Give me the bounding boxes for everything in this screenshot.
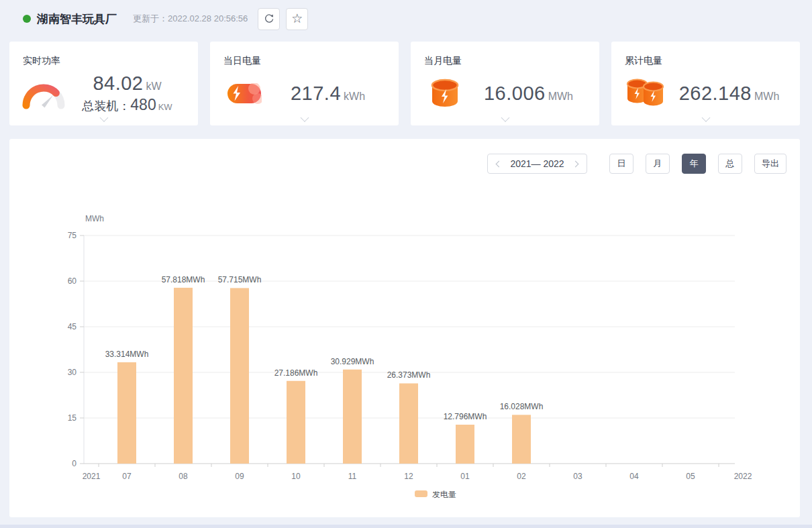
refresh-button[interactable] [258, 8, 280, 30]
card-expand-chevron-down-icon[interactable] [99, 113, 108, 122]
card-title: 当日电量 [223, 55, 261, 67]
x-tick-label: 01 [460, 472, 470, 481]
card-total-energy: 累计电量 [611, 42, 800, 125]
gauge-icon [21, 75, 66, 111]
last-updated-text: 更新于：2022.02.28 20:56:56 [133, 13, 248, 25]
bar-value-label: 26.373MWh [387, 370, 431, 380]
view-total-button[interactable]: 总 [718, 154, 742, 174]
total-energy-value: 262.148 [679, 83, 752, 104]
total-energy-unit: MWh [754, 91, 779, 102]
y-tick-label: 60 [68, 276, 77, 286]
installed-capacity-unit: KW [158, 102, 172, 112]
bar-value-label: 16.028MWh [500, 402, 544, 411]
date-range-picker[interactable]: 2021— 2022 [487, 154, 587, 174]
monthly-energy-unit: MWh [548, 91, 573, 102]
date-range-text: 2021— 2022 [510, 158, 564, 169]
x-tick-label: 11 [348, 472, 357, 481]
view-year-button[interactable]: 年 [682, 154, 706, 174]
favorite-button[interactable]: ☆ [286, 8, 308, 30]
card-title: 当月电量 [424, 55, 462, 67]
card-expand-chevron-down-icon[interactable] [701, 113, 710, 122]
y-tick-label: 30 [68, 368, 77, 377]
x-tick-label: 12 [404, 472, 413, 481]
x-tick-label: 07 [122, 472, 132, 481]
card-daily-energy: 当日电量 217.4kWh [210, 42, 399, 125]
bar[interactable] [287, 381, 305, 464]
card-monthly-energy: 当月电量 16.006MWh [411, 42, 599, 125]
chart-panel: 2021— 2022 日 月 年 总 导出 01530456075MWh0708… [9, 139, 800, 517]
bar[interactable] [399, 383, 418, 464]
x-tick-label: 10 [291, 472, 301, 481]
legend-swatch[interactable] [415, 490, 427, 497]
card-expand-chevron-down-icon[interactable] [300, 113, 309, 122]
daily-energy-value: 217.4 [291, 83, 341, 104]
x-edge-label-end: 2022 [734, 472, 752, 481]
export-button[interactable]: 导出 [754, 154, 786, 174]
x-tick-label: 03 [573, 472, 582, 481]
page-header: 湖南智丰玩具厂 更新于：2022.02.28 20:56:56 ☆ [0, 0, 812, 38]
y-tick-label: 0 [72, 459, 77, 468]
bar[interactable] [512, 415, 531, 464]
chart-toolbar: 2021— 2022 日 月 年 总 导出 [9, 154, 786, 174]
card-realtime-power: 实时功率 84.02kW [9, 42, 198, 125]
x-tick-label: 09 [235, 472, 244, 481]
view-month-button[interactable]: 月 [646, 154, 670, 174]
installed-capacity-value: 480 [130, 96, 156, 113]
y-tick-label: 75 [68, 231, 77, 240]
refresh-icon [263, 13, 275, 25]
x-tick-label: 08 [179, 472, 188, 481]
bar-value-label: 12.796MWh [444, 412, 487, 421]
card-expand-chevron-down-icon[interactable] [501, 113, 509, 122]
chevron-right-icon[interactable] [572, 160, 579, 167]
stat-cards-row: 实时功率 84.02kW [9, 42, 800, 125]
double-energy-drum-icon [623, 78, 668, 109]
bar[interactable] [456, 425, 474, 464]
legend-label: 发电量 [432, 490, 456, 499]
x-tick-label: 04 [629, 472, 639, 481]
generation-bar-chart[interactable]: 01530456075MWh07080910111201020304052021… [9, 199, 800, 515]
card-title: 实时功率 [23, 55, 60, 67]
bar-value-label: 33.314MWh [105, 350, 149, 359]
bar-value-label: 57.818MWh [162, 275, 205, 284]
y-tick-label: 15 [68, 413, 77, 423]
realtime-power-unit: kW [146, 81, 161, 92]
bottom-strip [0, 525, 812, 528]
plant-title: 湖南智丰玩具厂 [37, 11, 117, 27]
bar[interactable] [174, 288, 193, 464]
y-tick-label: 45 [68, 322, 77, 331]
energy-drum-icon [423, 78, 467, 109]
view-day-button[interactable]: 日 [609, 154, 633, 174]
monthly-energy-value: 16.006 [484, 83, 546, 104]
daily-energy-unit: kWh [344, 91, 365, 102]
realtime-power-value-row: 84.02kW [66, 72, 189, 95]
bar[interactable] [230, 288, 249, 464]
plant-status-dot [23, 15, 31, 23]
x-edge-label-start: 2021 [83, 472, 101, 481]
bolt-pill-icon [222, 83, 266, 104]
bar-value-label: 27.186MWh [274, 368, 318, 378]
star-icon: ☆ [291, 12, 303, 25]
y-axis-unit-label: MWh [85, 214, 104, 223]
realtime-power-value: 84.02 [93, 72, 143, 94]
bar[interactable] [117, 362, 136, 464]
installed-capacity-row: 总装机：480KW [66, 96, 189, 114]
bar[interactable] [343, 370, 362, 464]
bar-value-label: 30.929MWh [331, 357, 374, 366]
x-tick-label: 02 [517, 472, 526, 481]
installed-capacity-label: 总装机： [82, 99, 130, 113]
chevron-left-icon[interactable] [496, 160, 503, 167]
x-tick-label: 05 [686, 472, 695, 481]
card-title: 累计电量 [625, 55, 662, 67]
bar-value-label: 57.715MWh [218, 275, 262, 284]
